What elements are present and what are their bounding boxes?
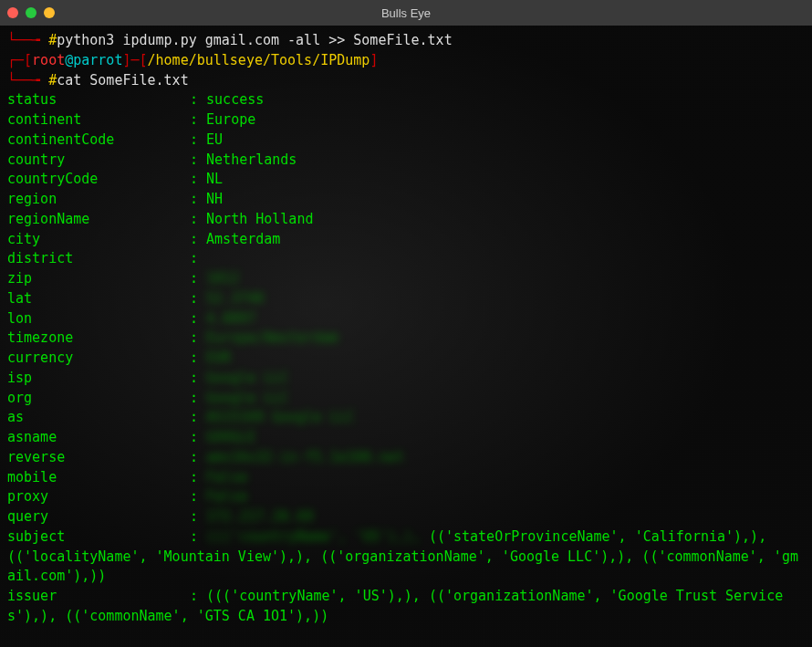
- close-icon[interactable]: [7, 7, 18, 18]
- window-title: Bulls Eye: [381, 6, 431, 20]
- output-value: Netherlands: [206, 151, 297, 168]
- output-key: currency: [7, 349, 190, 369]
- output-key: continent: [7, 110, 190, 130]
- output-value: EU: [206, 131, 223, 148]
- prompt-at: @: [65, 52, 73, 68]
- output-key: country: [7, 151, 190, 171]
- colon-separator: :: [190, 211, 206, 227]
- colon-separator: :: [190, 151, 206, 168]
- prompt-host: parrot: [73, 52, 122, 68]
- output-value-blurred: 52.3740: [206, 290, 264, 307]
- colon-separator: :: [190, 270, 206, 287]
- issuer-row: issuer: ((('countryName', 'US'),), (('or…: [7, 587, 805, 627]
- colon-separator: :: [190, 350, 206, 366]
- output-value: Amsterdam: [206, 231, 280, 247]
- prompt-close: ]: [370, 52, 378, 68]
- window-buttons: [7, 7, 55, 18]
- output-value-blurred: False: [206, 469, 247, 485]
- prompt-line-1: └──╼ #python3 ipdump.py gmail.com -all >…: [7, 31, 805, 51]
- output-key: proxy: [7, 487, 190, 507]
- prompt-corner: └──╼: [7, 32, 40, 48]
- prompt-hash: #: [48, 72, 57, 89]
- prompt-path: /home/bullseye/Tools/IPDump: [148, 52, 370, 68]
- subject-row: subject: ((('countryName', 'US'),), (('s…: [7, 527, 805, 587]
- output-row: region: NH: [7, 190, 805, 210]
- output-key: lat: [7, 289, 190, 309]
- output-row: zip: 1012: [7, 269, 805, 289]
- colon-separator: :: [190, 91, 206, 108]
- colon-separator: :: [190, 429, 206, 445]
- output-key: subject: [7, 527, 190, 548]
- maximize-icon[interactable]: [44, 7, 55, 18]
- terminal-area[interactable]: └──╼ #python3 ipdump.py gmail.com -all >…: [0, 26, 812, 647]
- output-key: mobile: [7, 468, 190, 488]
- colon-separator: :: [190, 508, 206, 525]
- output-key: timezone: [7, 329, 190, 349]
- output-row: status: success: [7, 90, 805, 110]
- output-value-blurred: Europe/Amsterdam: [206, 329, 338, 346]
- colon-separator: :: [190, 310, 206, 327]
- output-key: zip: [7, 269, 190, 289]
- colon-separator: :: [190, 488, 206, 505]
- output-key: status: [7, 90, 190, 110]
- colon-separator: :: [190, 409, 206, 425]
- output-key: district: [7, 249, 190, 269]
- output-value-blurred: 4.8897: [206, 310, 255, 327]
- prompt-user: root: [32, 52, 65, 68]
- output-row: lon: 4.8897: [7, 309, 805, 329]
- colon-separator: :: [190, 250, 206, 266]
- command-text: python3 ipdump.py gmail.com -all >> Some…: [57, 32, 452, 48]
- output-value-blurred: Google LLC: [206, 390, 288, 406]
- output-key: region: [7, 190, 190, 210]
- output-row: isp: Google LLC: [7, 369, 805, 389]
- prompt-line-2: ┌─[root@parrot]─[/home/bullseye/Tools/IP…: [7, 51, 805, 71]
- output-value-blurred: ((('countryName', 'US'),),: [206, 528, 429, 545]
- output-key: regionName: [7, 210, 190, 230]
- output-value: North Holland: [206, 211, 313, 227]
- output-value-blurred: EUR: [206, 350, 231, 366]
- output-value: Europe: [206, 111, 255, 128]
- output-key-value-block: status: successcontinent: Europecontinen…: [7, 90, 805, 527]
- output-row: mobile: False: [7, 468, 805, 488]
- output-row: asname: GOOGLE: [7, 428, 805, 448]
- output-row: continent: Europe: [7, 110, 805, 130]
- prompt-suffix: ]─[: [122, 52, 147, 68]
- output-value: NL: [206, 171, 223, 187]
- output-value: NH: [206, 191, 223, 207]
- minimize-icon[interactable]: [26, 7, 36, 18]
- output-key: query: [7, 507, 190, 527]
- output-value-blurred: AS15169 Google LLC: [206, 409, 355, 425]
- output-row: currency: EUR: [7, 349, 805, 369]
- colon-separator: :: [190, 449, 206, 465]
- colon-separator: :: [190, 111, 206, 128]
- output-row: as: AS15169 Google LLC: [7, 408, 805, 428]
- output-row: district:: [7, 249, 805, 269]
- colon-separator: :: [190, 171, 206, 187]
- output-value-blurred: 172.217.20.69: [206, 508, 313, 525]
- output-key: city: [7, 230, 190, 250]
- titlebar: Bulls Eye: [0, 0, 812, 26]
- output-value: success: [206, 91, 264, 108]
- output-row: regionName: North Holland: [7, 210, 805, 230]
- colon-separator: :: [190, 231, 206, 247]
- output-key: asname: [7, 428, 190, 448]
- output-key: countryCode: [7, 170, 190, 190]
- output-key: isp: [7, 369, 190, 389]
- prompt-corner: └──╼: [7, 72, 40, 89]
- output-row: countryCode: NL: [7, 170, 805, 190]
- output-row: reverse: ams16s32-in-f5.1e100.net: [7, 448, 805, 468]
- prompt-line-3: └──╼ #cat SomeFile.txt: [7, 71, 805, 91]
- output-row: lat: 52.3740: [7, 289, 805, 309]
- colon-separator: :: [190, 131, 206, 148]
- prompt-prefix: ┌─[: [7, 52, 32, 68]
- output-value-blurred: ams16s32-in-f5.1e100.net: [206, 449, 404, 465]
- output-row: city: Amsterdam: [7, 230, 805, 250]
- colon-separator: :: [190, 390, 206, 406]
- output-row: org: Google LLC: [7, 389, 805, 409]
- output-key: as: [7, 408, 190, 428]
- output-row: continentCode: EU: [7, 130, 805, 151]
- colon-separator: :: [190, 370, 206, 386]
- output-row: proxy: False: [7, 487, 805, 507]
- colon-separator: :: [190, 191, 206, 207]
- colon-separator: :: [190, 329, 206, 346]
